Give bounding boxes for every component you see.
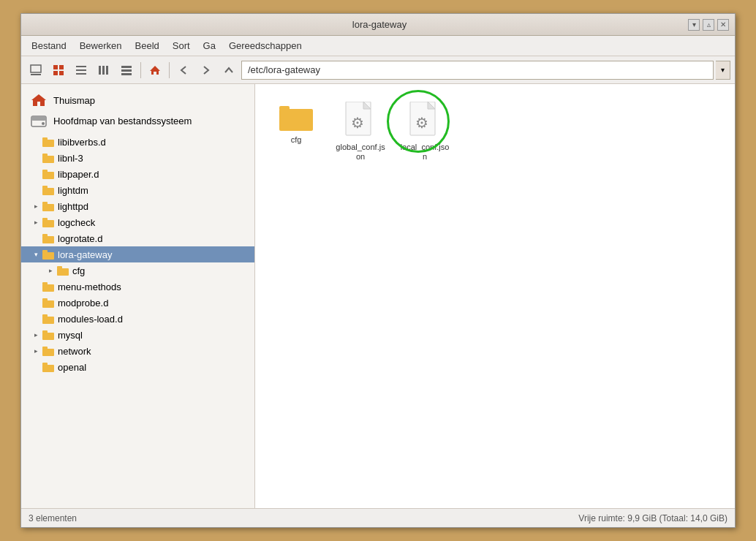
folder-icon xyxy=(42,313,55,325)
tree-expander[interactable] xyxy=(30,136,42,148)
svg-rect-14 xyxy=(121,73,132,75)
toolbar: ▾ xyxy=(21,56,735,84)
tree-item-libibverbs-d[interactable]: libibverbs.d xyxy=(21,134,254,150)
tree-item-modprobe-d[interactable]: modprobe.d xyxy=(21,295,254,311)
tree-item-logcheck[interactable]: ▸logcheck xyxy=(21,214,254,230)
tree-label: modprobe.d xyxy=(58,298,108,309)
view-btn-4[interactable] xyxy=(94,60,114,80)
sidebar-item-filesystem[interactable]: Hoofdmap van bestandssysteem xyxy=(21,110,254,131)
svg-rect-11 xyxy=(106,66,108,75)
svg-text:⚙: ⚙ xyxy=(415,115,428,131)
file-item-cfg[interactable]: cfg xyxy=(267,96,325,167)
file-item-global-conf-json[interactable]: ⚙ global_conf.json xyxy=(331,96,390,167)
home-icon xyxy=(30,93,48,107)
tree-container[interactable]: libibverbs.dlibnl-3libpaper.dlightdm▸lig… xyxy=(21,134,254,508)
menu-bewerken[interactable]: Bewerken xyxy=(74,38,128,53)
tree-item-modules-load-d[interactable]: modules-load.d xyxy=(21,311,254,327)
svg-rect-3 xyxy=(59,65,64,69)
tree-label: mysql xyxy=(58,330,83,341)
svg-rect-18 xyxy=(31,116,46,121)
minimize-button[interactable]: ▾ xyxy=(688,19,700,31)
tree-expander[interactable]: ▸ xyxy=(30,200,42,212)
tree-label: menu-methods xyxy=(58,281,121,292)
tree-item-mysql[interactable]: ▸mysql xyxy=(21,327,254,343)
sidebar-places: Thuismap Hoofdmap van bestandssysteem xyxy=(21,84,254,134)
svg-rect-47 xyxy=(42,349,54,356)
up-button[interactable] xyxy=(219,60,239,80)
svg-rect-27 xyxy=(42,188,54,195)
location-input[interactable] xyxy=(241,61,714,80)
svg-rect-25 xyxy=(42,172,54,179)
tree-expander[interactable]: ▸ xyxy=(45,265,56,276)
tree-item-lora-gateway[interactable]: ▾lora-gateway xyxy=(21,246,254,262)
view-btn-2[interactable] xyxy=(48,60,69,80)
tree-item-network[interactable]: ▸network xyxy=(21,343,254,359)
folder-icon xyxy=(42,329,55,341)
tree-expander[interactable] xyxy=(30,313,42,325)
file-label: local_conf.json xyxy=(398,143,451,162)
tree-item-logrotate-d[interactable]: logrotate.d xyxy=(21,230,254,246)
svg-rect-21 xyxy=(42,140,54,147)
svg-rect-41 xyxy=(42,300,54,308)
tree-expander[interactable] xyxy=(30,232,42,244)
folder-icon xyxy=(42,361,55,373)
tree-expander[interactable] xyxy=(30,361,42,373)
tree-item-lightdm[interactable]: lightdm xyxy=(21,182,254,198)
file-manager-window: lora-gateway ▾ ▵ ✕ Bestand Bewerken Beel… xyxy=(20,13,736,528)
menu-beeld[interactable]: Beeld xyxy=(129,38,165,53)
menu-gereedschappen[interactable]: Gereedschappen xyxy=(223,38,308,53)
menu-bestand[interactable]: Bestand xyxy=(26,38,72,53)
tree-expander[interactable]: ▾ xyxy=(30,249,42,260)
toolbar-sep-2 xyxy=(169,62,170,78)
svg-rect-23 xyxy=(42,156,54,163)
tree-label: network xyxy=(58,346,91,357)
svg-rect-2 xyxy=(53,65,58,69)
file-panel: cfg ⚙ global_conf.json ⚙ local_conf.json xyxy=(255,84,735,508)
tree-label: modules-load.d xyxy=(58,314,123,325)
tree-expander[interactable]: ▸ xyxy=(30,345,42,357)
titlebar: lora-gateway ▾ ▵ ✕ xyxy=(21,14,735,36)
tree-label: openal xyxy=(58,362,86,373)
sidebar-home-label: Thuismap xyxy=(53,95,95,106)
folder-icon xyxy=(42,297,55,309)
svg-rect-1 xyxy=(31,74,41,75)
hdd-icon xyxy=(30,113,48,128)
sidebar-item-home[interactable]: Thuismap xyxy=(21,90,254,110)
file-item-local-conf-json[interactable]: ⚙ local_conf.json xyxy=(396,96,454,167)
close-button[interactable]: ✕ xyxy=(717,19,729,31)
view-btn-5[interactable] xyxy=(116,60,137,80)
tree-expander[interactable] xyxy=(30,297,42,309)
view-btn-1[interactable] xyxy=(26,60,46,80)
folder-icon xyxy=(42,345,55,357)
home-button[interactable] xyxy=(145,60,165,80)
tree-expander[interactable] xyxy=(30,152,42,164)
sidebar-filesystem-label: Hoofdmap van bestandssysteem xyxy=(53,116,192,126)
folder-icon xyxy=(42,200,55,212)
back-button[interactable] xyxy=(173,60,194,80)
tree-expander[interactable] xyxy=(30,184,42,196)
tree-item-openal[interactable]: openal xyxy=(21,359,254,375)
statusbar-right: Vrije ruimte: 9,9 GiB (Totaal: 14,0 GiB) xyxy=(578,513,727,523)
tree-item-lighttpd[interactable]: ▸lighttpd xyxy=(21,198,254,214)
folder-icon xyxy=(42,232,55,244)
toolbar-sep-1 xyxy=(140,62,141,78)
tree-expander[interactable] xyxy=(30,168,42,180)
main-area: Thuismap Hoofdmap van bestandssysteem li… xyxy=(21,84,735,508)
location-dropdown[interactable]: ▾ xyxy=(716,61,730,80)
tree-item-libnl-3[interactable]: libnl-3 xyxy=(21,150,254,166)
svg-rect-13 xyxy=(121,69,132,72)
view-btn-3[interactable] xyxy=(71,60,91,80)
svg-marker-16 xyxy=(31,94,46,106)
menu-sort[interactable]: Sort xyxy=(167,38,196,53)
tree-item-cfg[interactable]: ▸cfg xyxy=(21,262,254,279)
menu-ga[interactable]: Ga xyxy=(197,38,222,53)
tree-item-libpaper-d[interactable]: libpaper.d xyxy=(21,166,254,182)
tree-expander[interactable] xyxy=(30,281,42,292)
svg-rect-39 xyxy=(42,284,54,292)
forward-button[interactable] xyxy=(196,60,216,80)
tree-expander[interactable]: ▸ xyxy=(30,329,42,341)
tree-expander[interactable]: ▸ xyxy=(30,216,42,228)
svg-rect-51 xyxy=(279,109,313,131)
tree-item-menu-methods[interactable]: menu-methods xyxy=(21,279,254,295)
maximize-button[interactable]: ▵ xyxy=(703,19,714,31)
